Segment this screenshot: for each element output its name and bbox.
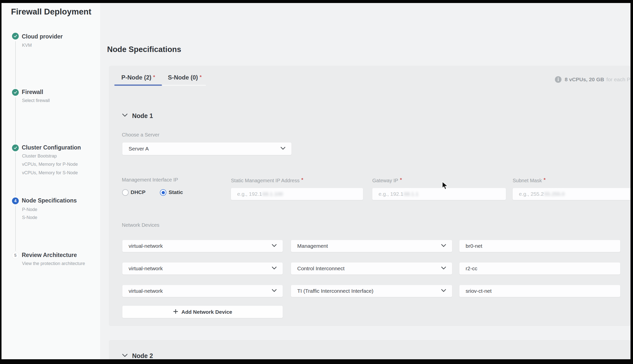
required-asterisk: * (200, 74, 202, 80)
device-name-input[interactable]: sriov-ct-net (459, 285, 620, 297)
stepper-connector (15, 41, 16, 88)
chevron-down-icon (441, 244, 446, 248)
chevron-down-icon (122, 354, 128, 358)
mouse-cursor (442, 182, 449, 191)
tab-label: P-Node (2) (121, 74, 151, 81)
device-mapping-value: Management (291, 243, 328, 249)
gateway-ip-input[interactable]: e.g., 192.168.1.1 (372, 188, 506, 200)
chevron-down-icon (272, 289, 277, 293)
radio-static-label: Static (169, 189, 183, 195)
step-subtitle: vCPUs, Memory for P-Node (22, 162, 78, 167)
mgmt-interface-ip-label: Management Interface IP (122, 177, 178, 183)
required-asterisk: * (544, 177, 546, 182)
chevron-down-icon (441, 266, 446, 271)
resources-info: 8 vCPUs, 20 GB for each P-N (555, 75, 630, 84)
placeholder-redacted: 68.1.1 (403, 191, 418, 197)
field-label-text: Static Management IP Address (231, 178, 299, 183)
add-network-device-label: Add Network Device (181, 309, 232, 315)
chevron-down-icon (280, 146, 285, 151)
window-border (0, 0, 2, 364)
device-name-value: br0-net (459, 243, 482, 249)
step-subtitle: Select firewall (22, 98, 50, 103)
device-type-select[interactable]: virtual-network (122, 285, 283, 297)
chevron-down-icon (272, 244, 277, 248)
tab-snode[interactable]: S-Node (0)* (168, 74, 202, 81)
device-name-value: r2-cc (459, 266, 477, 272)
device-mapping-value: TI (Traffic Interconnect Interface) (291, 288, 374, 294)
stepper-connector (15, 153, 16, 196)
server-select[interactable]: Server A (122, 142, 291, 155)
step-subtitle: P-Node (22, 207, 37, 212)
field-label-text: Subnet Mask (513, 178, 542, 183)
choose-server-label: Choose a Server (122, 132, 159, 138)
step-complete-check-icon (12, 89, 19, 96)
required-asterisk: * (301, 177, 303, 182)
device-type-value: virtual-network (122, 266, 163, 272)
active-tab-underline (114, 84, 162, 86)
plus-icon (173, 309, 178, 315)
step-complete-check-icon (12, 33, 19, 40)
required-asterisk: * (153, 74, 155, 80)
window-border (630, 0, 633, 364)
chevron-down-icon (122, 113, 128, 118)
field-label-text: Gateway IP (372, 178, 398, 183)
step-complete-check-icon (12, 144, 19, 151)
idle-tab-underline (162, 85, 206, 86)
info-icon (555, 76, 561, 83)
node1-title: Node 1 (132, 112, 153, 120)
chevron-down-icon (272, 266, 277, 271)
resources-value: 8 vCPUs, 20 GB (565, 76, 604, 82)
step-title: Node Specifications (22, 197, 77, 204)
step-subtitle: KVM (22, 43, 32, 48)
resources-note: for each P-N (606, 76, 630, 82)
device-name-input[interactable]: r2-cc (459, 262, 620, 274)
step-number-badge: 4 (12, 198, 19, 204)
static-ip-input[interactable]: e.g., 192.168.1.100 (231, 188, 363, 200)
radio-circle-icon (122, 189, 129, 196)
device-name-input[interactable]: br0-net (459, 240, 620, 252)
placeholder-text: e.g., 192.1 (372, 191, 403, 197)
device-type-select[interactable]: virtual-network (122, 240, 283, 252)
required-asterisk: * (400, 177, 402, 182)
device-mapping-value: Control Interconnect (291, 266, 345, 272)
section-heading: Node Specifications (107, 45, 181, 54)
radio-selected-icon (160, 189, 166, 196)
step-subtitle: vCPUs, Memory for S-Node (22, 170, 78, 176)
placeholder-text: e.g., 192.1 (231, 191, 262, 197)
node2-title: Node 2 (132, 352, 153, 360)
network-devices-label: Network Devices (122, 222, 159, 228)
step-subtitle: S-Node (22, 215, 37, 220)
device-type-value: virtual-network (122, 243, 163, 249)
window-border (0, 359, 633, 364)
stepper-connector (15, 98, 16, 144)
gateway-ip-label: Gateway IP* (372, 177, 402, 184)
step-title: Review Architecture (22, 252, 77, 258)
stepper-sidebar (2, 3, 100, 359)
placeholder-redacted: 68.1.100 (262, 191, 283, 197)
radio-dhcp-label: DHCP (131, 189, 146, 195)
step-title: Firewall (22, 89, 43, 96)
device-mapping-select[interactable]: Management (291, 240, 452, 252)
tab-pnode[interactable]: P-Node (2)* (114, 74, 155, 81)
step-title: Cloud provider (22, 33, 63, 40)
step-subtitle: View the protection architecture (22, 261, 85, 266)
subnet-mask-input[interactable]: e.g., 255.255.255.0 (513, 188, 630, 200)
device-name-value: sriov-ct-net (459, 288, 492, 294)
stepper-connector (15, 206, 16, 251)
static-ip-label: Static Management IP Address* (231, 177, 303, 184)
chevron-down-icon (441, 289, 446, 293)
add-network-device-button[interactable]: Add Network Device (122, 306, 283, 318)
page-title: Firewall Deployment (11, 7, 91, 16)
tab-label: S-Node (0) (168, 74, 198, 81)
step-subtitle: Cluster Bootstrap (22, 154, 57, 159)
device-mapping-select[interactable]: Control Interconnect (291, 262, 452, 274)
step-title: Cluster Configuration (22, 144, 81, 151)
placeholder-redacted: 55.255.0 (544, 191, 565, 197)
device-type-select[interactable]: virtual-network (122, 262, 283, 274)
step-number-badge: 5 (12, 252, 19, 259)
placeholder-text: e.g., 255.2 (513, 191, 544, 197)
device-type-value: virtual-network (122, 288, 163, 294)
device-mapping-select[interactable]: TI (Traffic Interconnect Interface) (291, 285, 452, 297)
subnet-mask-label: Subnet Mask* (513, 177, 546, 184)
window-border (0, 0, 633, 3)
